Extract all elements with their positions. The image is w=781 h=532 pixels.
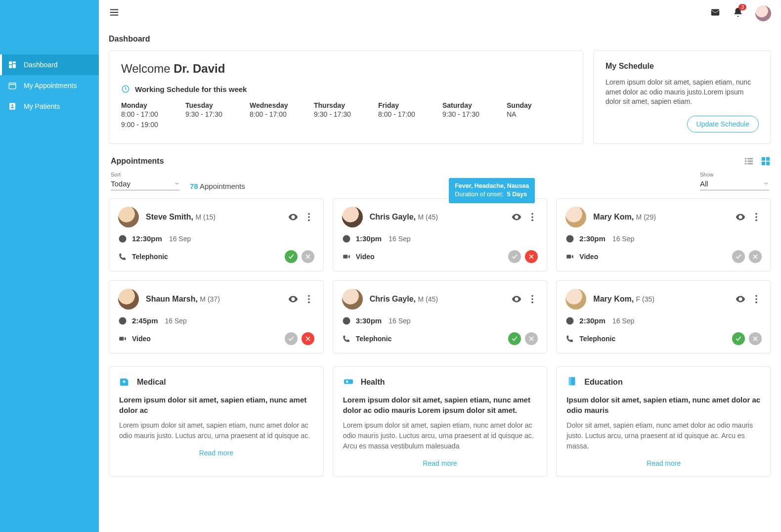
read-more-link[interactable]: Read more xyxy=(119,449,313,457)
article-tile: Health Lorem ipsum dolor sit amet, sapie… xyxy=(333,366,548,477)
sidebar: Dashboard My Appointments My Patients xyxy=(0,0,99,532)
patient-meta: M (15) xyxy=(195,213,215,221)
appointments-title: Appointments xyxy=(111,157,164,166)
chevron-down-icon xyxy=(174,180,180,186)
profile-avatar[interactable] xyxy=(755,5,771,21)
page-title: Dashboard xyxy=(99,27,781,46)
sidebar-item-patients[interactable]: My Patients xyxy=(0,96,99,117)
patient-avatar xyxy=(118,289,139,310)
appt-mode: Telephonic xyxy=(132,253,168,261)
appointments-filters: Sort Today 78 Appointments Show All xyxy=(104,170,776,198)
patient-name: Chris Gayle, xyxy=(370,213,418,221)
svg-rect-16 xyxy=(766,157,770,161)
accept-button[interactable] xyxy=(285,332,298,345)
svg-rect-7 xyxy=(711,9,720,16)
eye-icon[interactable] xyxy=(511,212,522,222)
reject-button[interactable] xyxy=(302,250,314,263)
day-name: Monday xyxy=(121,101,166,109)
svg-point-39 xyxy=(531,298,533,300)
day-time: 9:30 - 17:30 xyxy=(442,109,487,120)
sort-select[interactable]: Sort Today xyxy=(111,172,180,190)
more-icon[interactable] xyxy=(527,294,538,305)
eye-icon[interactable] xyxy=(511,294,522,305)
day-time: 9:30 - 17:30 xyxy=(185,109,230,120)
appt-date: 16 Sep xyxy=(389,317,410,325)
appt-date: 16 Sep xyxy=(612,235,634,243)
appt-time: 3:30pm xyxy=(356,316,382,325)
appointment-card: Mary Kom, F (35) 2:30pm 16 Sep Telephoni… xyxy=(556,280,771,354)
eye-icon[interactable] xyxy=(288,212,299,222)
eye-icon[interactable] xyxy=(735,294,746,305)
accept-button[interactable] xyxy=(508,250,521,263)
reject-button[interactable] xyxy=(525,250,538,263)
patient-avatar xyxy=(565,289,586,310)
menu-button[interactable] xyxy=(109,7,120,20)
more-icon[interactable] xyxy=(527,212,538,222)
svg-rect-1 xyxy=(13,61,16,63)
accept-button[interactable] xyxy=(508,332,521,345)
svg-rect-10 xyxy=(747,158,753,159)
day-name: Saturday xyxy=(442,101,487,109)
svg-rect-14 xyxy=(747,163,753,164)
reject-button[interactable] xyxy=(749,250,762,263)
svg-point-43 xyxy=(755,298,757,300)
svg-rect-2 xyxy=(13,64,16,68)
article-tile: Education Ipsum dolor sit amet, sapien e… xyxy=(556,366,771,477)
mail-button[interactable] xyxy=(710,7,721,20)
eye-icon[interactable] xyxy=(288,294,299,305)
appt-time: 2:30pm xyxy=(579,316,606,325)
welcome-card: Welcome Dr. David Working Schedule for t… xyxy=(109,50,583,144)
reject-button[interactable] xyxy=(525,332,538,345)
accept-button[interactable] xyxy=(732,250,745,263)
svg-point-38 xyxy=(531,295,533,297)
appt-date: 16 Sep xyxy=(165,317,187,325)
appt-time: 1:30pm xyxy=(356,234,382,243)
more-icon[interactable] xyxy=(304,294,314,305)
appt-mode: Video xyxy=(579,253,598,261)
day-time: 8:00 - 17:00 xyxy=(250,109,294,120)
tile-title: Lorem ipsum dolor sit amet, sapien etiam… xyxy=(119,395,313,415)
clock-icon xyxy=(121,85,130,93)
appointment-card: Fever, Headache, NauseaDuration of onset… xyxy=(333,198,548,271)
eye-icon[interactable] xyxy=(735,212,746,222)
day-column: Tuesday 9:30 - 17:30 xyxy=(185,101,230,130)
sidebar-item-label: Dashboard xyxy=(24,61,58,69)
svg-point-30 xyxy=(755,219,757,221)
list-view-icon[interactable] xyxy=(743,156,754,167)
reject-button[interactable] xyxy=(302,332,314,345)
read-more-link[interactable]: Read more xyxy=(566,459,761,467)
show-select[interactable]: Show All xyxy=(700,172,769,190)
working-schedule-heading: Working Schedule for this week xyxy=(121,85,571,93)
clock-icon xyxy=(118,234,127,243)
calendar-icon xyxy=(8,81,17,90)
reject-button[interactable] xyxy=(749,332,762,345)
day-column: Monday 8:00 - 17:009:00 - 19:00 xyxy=(121,101,166,130)
phone-icon xyxy=(118,252,127,261)
patient-name: Steve Smith, xyxy=(146,213,195,221)
svg-rect-4 xyxy=(9,83,16,89)
read-more-link[interactable]: Read more xyxy=(343,459,537,467)
svg-rect-3 xyxy=(9,65,12,68)
more-icon[interactable] xyxy=(751,212,762,222)
notifications-button[interactable]: 3 xyxy=(733,7,743,20)
more-icon[interactable] xyxy=(751,294,762,305)
more-icon[interactable] xyxy=(304,212,314,222)
health-icon xyxy=(343,376,354,389)
accept-button[interactable] xyxy=(732,332,745,345)
tile-description: Dolor sit amet, sapien etiam, nunc amet … xyxy=(566,420,761,451)
sidebar-item-dashboard[interactable]: Dashboard xyxy=(0,54,99,75)
clock-icon xyxy=(118,316,127,325)
svg-rect-48 xyxy=(569,377,571,386)
grid-view-icon[interactable] xyxy=(760,156,771,167)
day-column: Wednesday 8:00 - 17:00 xyxy=(250,101,294,130)
update-schedule-button[interactable]: Update Schedule xyxy=(687,116,759,133)
patient-meta: F (35) xyxy=(636,295,654,303)
day-time: 9:30 - 17:30 xyxy=(314,109,358,120)
svg-point-34 xyxy=(308,298,310,300)
sidebar-item-appointments[interactable]: My Appointments xyxy=(0,75,99,96)
appointments-header: Appointments xyxy=(104,144,776,170)
tile-category: Medical xyxy=(137,378,166,387)
accept-button[interactable] xyxy=(285,250,298,263)
patient-avatar xyxy=(342,289,363,310)
svg-rect-9 xyxy=(745,158,747,159)
